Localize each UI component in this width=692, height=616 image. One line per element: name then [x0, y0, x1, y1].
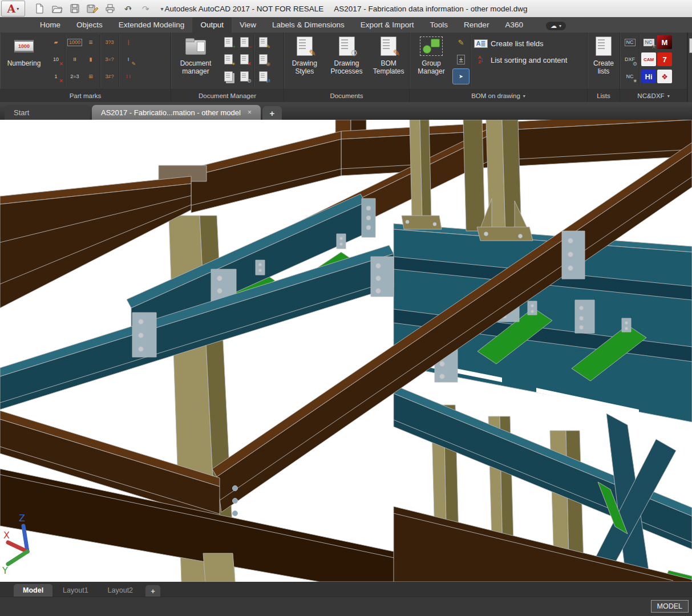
prefix-equals-button[interactable]: 3=?: [102, 52, 118, 67]
doc-gear-badge-icon: ⚙: [247, 79, 252, 84]
doc-update-button[interactable]: ⇄: [255, 69, 271, 84]
numbering-erase-button[interactable]: ▰: [48, 35, 64, 50]
file-tab-drawing[interactable]: AS2017 - Fabricatio...mation - other mod…: [92, 105, 261, 120]
nc-machine-button[interactable]: NC⚒: [641, 35, 657, 50]
document-manager-button[interactable]: Document manager: [171, 33, 220, 88]
close-icon[interactable]: ×: [248, 108, 252, 116]
ribbon-tab-export-import[interactable]: Export & Import: [353, 17, 422, 33]
ribbon-tab-labels-dimensions[interactable]: Labels & Dimensions: [264, 17, 353, 33]
ribbon-tab-extended-modeling[interactable]: Extended Modeling: [111, 17, 193, 33]
bom-templates-button[interactable]: ✎BOM Templates: [368, 33, 409, 88]
list-sorting-and-content-button[interactable]: AZ↓List sorting and content: [472, 52, 570, 67]
number-grid-button[interactable]: ⊞: [83, 69, 99, 84]
create-list-fields-button[interactable]: A≣Create list fields: [472, 36, 570, 51]
attach-marks-button[interactable]: ▮: [83, 52, 99, 67]
doc-star-badge-icon: ✶: [231, 62, 236, 67]
panel-lists: Create lists Lists: [588, 33, 620, 102]
check-tool-button[interactable]: ❖: [657, 69, 673, 84]
nc-icon: NC: [625, 39, 636, 46]
layout-tab-layout1[interactable]: Layout1: [54, 584, 97, 597]
svg-text:X: X: [3, 530, 10, 541]
doc-copy-button[interactable]: [220, 69, 236, 84]
new-layout-button[interactable]: +: [145, 585, 160, 597]
layout-tab-model[interactable]: Model: [14, 584, 52, 597]
panel-label-bom-on-drawing[interactable]: BOM on drawing▾: [410, 89, 587, 102]
beam-number-card-button[interactable]: ≣: [83, 35, 99, 50]
renumber-button[interactable]: 2=3: [67, 69, 83, 84]
ribbon-tab-view[interactable]: View: [232, 17, 264, 33]
ribbon-tab-a360[interactable]: A360: [497, 17, 531, 33]
hispan-tool-button[interactable]: Hi: [641, 69, 657, 84]
standalone-parts-button[interactable]: I I: [120, 69, 136, 84]
button-label: List sorting and content: [491, 56, 567, 64]
nc-settings-button[interactable]: NC✷: [622, 69, 638, 84]
hispan-tool-icon: Hi: [641, 70, 656, 83]
column-center-back[interactable]: [463, 120, 485, 231]
save-button[interactable]: [68, 2, 81, 15]
group-plusminus-button[interactable]: ±: [453, 52, 469, 67]
button-label: Drawing Processes: [326, 59, 367, 75]
panel-label-lists: Lists: [588, 89, 620, 102]
doc-brush-icon: ✎: [297, 35, 313, 57]
cam-tool-button[interactable]: CAM: [641, 52, 657, 67]
file-tab-start[interactable]: Start: [5, 105, 90, 120]
new-drawing-tab-button[interactable]: +: [262, 106, 282, 120]
model-space-toggle[interactable]: MODEL: [651, 600, 689, 613]
group-select-button[interactable]: ➤: [453, 69, 469, 84]
a360-cloud-button[interactable]: ☁ ▾: [546, 22, 566, 30]
create-lists-button[interactable]: Create lists: [588, 33, 619, 88]
delete-number-single-button[interactable]: 1✕: [48, 69, 64, 84]
chevron-down-icon: ▾: [667, 94, 670, 99]
drawing-viewport[interactable]: Z X Y: [0, 120, 692, 582]
doc-gear-button[interactable]: ⚙: [236, 69, 252, 84]
redo-button[interactable]: ↷▾: [139, 2, 152, 15]
main-part-red-button[interactable]: I: [120, 35, 136, 50]
new-file-button[interactable]: [33, 2, 46, 15]
ribbon-tab-home[interactable]: Home: [32, 17, 68, 33]
undo-button[interactable]: ↶▾: [122, 2, 134, 15]
delete-numbers-icon: 10: [53, 57, 59, 62]
doc-delete-button[interactable]: ✕: [236, 52, 252, 67]
seven-tool-button[interactable]: 7: [657, 52, 673, 67]
part-edit-button[interactable]: I✎: [120, 52, 136, 67]
doc-stamp-button[interactable]: ◉: [255, 52, 271, 67]
application-menu-button[interactable]: A ▾: [1, 1, 25, 17]
prefix-strike-button[interactable]: 3≠?: [102, 69, 118, 84]
group-manager-button[interactable]: Group Manager: [410, 33, 453, 88]
column-front-sliver[interactable]: [203, 553, 235, 582]
ribbon-tab-output[interactable]: Output: [192, 17, 232, 33]
doc-star-button[interactable]: ✶: [220, 52, 236, 67]
beam-number-button[interactable]: 1000: [67, 35, 83, 50]
group-edit-button[interactable]: ✎: [453, 35, 469, 50]
numbering-button[interactable]: 1000 Numbering: [0, 33, 48, 88]
doc-remove-button[interactable]: −: [236, 35, 252, 50]
open-file-button[interactable]: [51, 2, 63, 15]
section-marks-button[interactable]: II: [67, 52, 83, 67]
layout-tab-layout2[interactable]: Layout2: [99, 584, 142, 597]
prefix-question-button[interactable]: 3?3: [102, 35, 118, 50]
drawing-processes-button[interactable]: ⚙Drawing Processes: [326, 33, 367, 88]
nc-button[interactable]: NC: [622, 35, 638, 50]
group-edit-icon: ✎: [458, 39, 464, 46]
ribbon-tab-objects[interactable]: Objects: [68, 17, 111, 33]
ribbon-tab-render[interactable]: Render: [456, 17, 497, 33]
m-tool-button[interactable]: M: [657, 35, 673, 50]
chevron-down-icon: ▾: [559, 23, 561, 29]
title-bar: A ▾ ↶▾↷▾▾ Autodesk AutoCAD 2017 - NOT FO…: [0, 0, 692, 17]
customize-quick-access-button[interactable]: ▾: [157, 2, 169, 15]
delete-number-single-icon: 1: [54, 74, 57, 79]
ribbon-tab-tools[interactable]: Tools: [422, 17, 456, 33]
group-manager-icon: [420, 35, 443, 57]
save-as-button[interactable]: [86, 2, 99, 15]
doc-edit-button[interactable]: ✎: [255, 35, 271, 50]
chevron-down-icon: ▾: [17, 6, 19, 11]
cloud-icon: ☁: [551, 22, 557, 30]
plot-button[interactable]: [104, 2, 116, 15]
dxf-button[interactable]: DXF⚙: [622, 52, 638, 67]
panel-label-nc-dxf[interactable]: NC&DXF▾: [620, 89, 687, 102]
dxf-badge-icon: ⚙: [633, 62, 637, 67]
delete-numbers-button[interactable]: 10✕: [48, 52, 64, 67]
drawing-styles-button[interactable]: ✎Drawing Styles: [284, 33, 325, 88]
beam-top-left[interactable]: [191, 131, 341, 213]
doc-add-button[interactable]: +: [220, 35, 236, 50]
